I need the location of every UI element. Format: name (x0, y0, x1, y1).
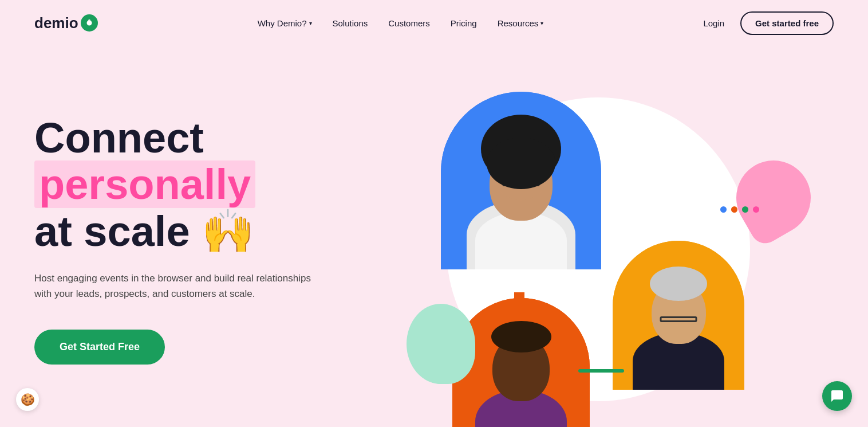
nav-why-demio[interactable]: Why Demio? ▾ (258, 18, 312, 28)
login-link[interactable]: Login (703, 18, 724, 28)
person-card-woman (441, 92, 601, 269)
hero-subtitle: Host engaging events in the browser and … (34, 271, 321, 301)
nav-right: Login Get started free (703, 11, 834, 35)
dot-green (742, 206, 748, 213)
hero-content: Connect personally at scale 🙌 Host engag… (34, 80, 389, 365)
hero-title-highlight: personally (34, 160, 255, 208)
dot-pink (753, 206, 759, 213)
nav-links: Why Demio? ▾ Solutions Customers Pricing… (258, 18, 544, 28)
person-card-older-man (613, 241, 744, 390)
hero-title: Connect personally at scale 🙌 (34, 115, 389, 254)
nav-solutions[interactable]: Solutions (333, 18, 368, 28)
logo-icon (81, 14, 98, 32)
chevron-down-icon: ▾ (309, 20, 312, 26)
logo-text: demio (34, 14, 78, 32)
dots-decoration (720, 206, 759, 213)
hero-illustration (389, 80, 834, 427)
nav-resources[interactable]: Resources ▾ (498, 18, 544, 28)
cookie-consent-button[interactable]: 🍪 (16, 388, 39, 411)
hero-cta-button[interactable]: Get Started Free (34, 330, 165, 365)
nav-customers[interactable]: Customers (388, 18, 430, 28)
chat-button[interactable] (822, 381, 852, 411)
chevron-down-icon: ▾ (540, 20, 543, 26)
dot-blue (720, 206, 727, 213)
logo[interactable]: demio (34, 14, 98, 32)
cookie-icon: 🍪 (21, 393, 35, 406)
chat-icon (830, 389, 844, 403)
svg-point-1 (88, 19, 90, 22)
navbar: demio Why Demio? ▾ Solutions Customers (0, 0, 868, 46)
get-started-button[interactable]: Get started free (740, 11, 834, 35)
hero-section: Connect personally at scale 🙌 Host engag… (0, 46, 868, 427)
dot-orange (731, 206, 737, 213)
mint-blob-decoration (407, 304, 475, 384)
nav-pricing[interactable]: Pricing (451, 18, 477, 28)
green-line-decoration (578, 369, 624, 373)
